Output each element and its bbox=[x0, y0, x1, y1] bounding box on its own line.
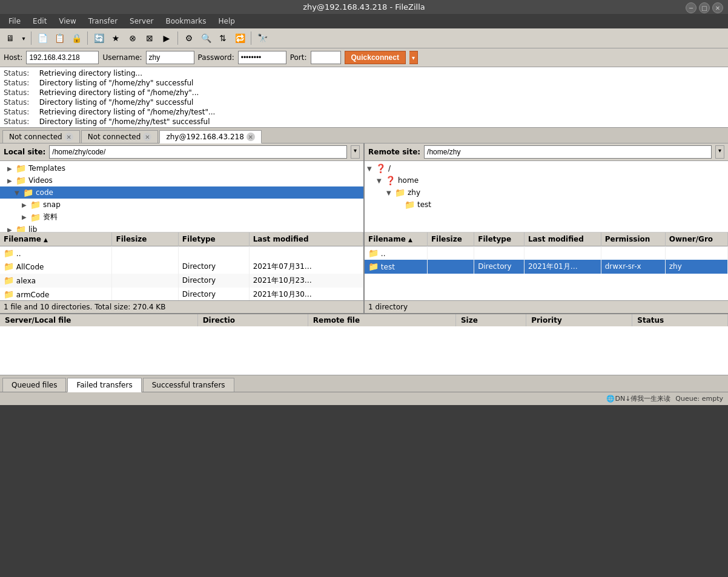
transfer-settings-button[interactable]: ⚙ bbox=[181, 30, 197, 46]
queue-status: Queue: empty bbox=[675, 395, 723, 403]
menu-file[interactable]: File bbox=[2, 15, 27, 27]
transfer-col-status[interactable]: Status bbox=[632, 314, 728, 326]
main-panels: Local site: ▾ ▶ 📁 Templates ▶ 📁 Videos ▼… bbox=[0, 143, 728, 313]
status-log: Status: Retrieving directory listing... … bbox=[0, 67, 728, 128]
find-files-button[interactable]: 🔭 bbox=[254, 30, 270, 46]
local-panel: Local site: ▾ ▶ 📁 Templates ▶ 📁 Videos ▼… bbox=[0, 143, 365, 313]
remote-file-name: 📁 test bbox=[365, 260, 427, 274]
tab-queued-files[interactable]: Queued files bbox=[2, 378, 66, 392]
remote-col-owner[interactable]: Owner/Gro bbox=[665, 232, 727, 246]
quickconnect-dropdown[interactable]: ▾ bbox=[409, 51, 418, 64]
transfer-col-local[interactable]: Server/Local file bbox=[0, 314, 197, 326]
menubar: File Edit View Transfer Server Bookmarks… bbox=[0, 14, 728, 28]
transfer-empty-row bbox=[0, 326, 728, 363]
site-manager-button[interactable]: 🖥 bbox=[2, 30, 18, 46]
local-file-name: 📁 AllCode bbox=[0, 260, 112, 274]
tree-item-videos[interactable]: ▶ 📁 Videos bbox=[0, 174, 363, 186]
close-tab-button[interactable]: 📋 bbox=[51, 30, 67, 46]
tree-item-lib[interactable]: ▶ 📁 lib bbox=[0, 223, 363, 232]
tree-item-templates[interactable]: ▶ 📁 Templates bbox=[0, 162, 363, 174]
host-input[interactable] bbox=[26, 51, 99, 64]
table-row[interactable]: 📁 AllCode Directory 2021年07月31… bbox=[0, 260, 363, 274]
add-bookmark-button[interactable]: ★ bbox=[108, 30, 124, 46]
local-file-list[interactable]: Filename ▲ Filesize Filetype Last modifi… bbox=[0, 232, 363, 301]
local-path-input[interactable] bbox=[49, 145, 347, 159]
local-col-filename[interactable]: Filename ▲ bbox=[0, 232, 112, 246]
remote-col-permission[interactable]: Permission bbox=[601, 232, 665, 246]
table-row[interactable]: 📁 armCode Directory 2021年10月30… bbox=[0, 288, 363, 301]
transfer-area: Server/Local file Directio Remote file S… bbox=[0, 313, 728, 392]
tab-successful-transfers[interactable]: Successful transfers bbox=[143, 378, 234, 392]
port-input[interactable] bbox=[311, 51, 341, 64]
transfer-col-priority[interactable]: Priority bbox=[526, 314, 632, 326]
remote-tree[interactable]: ▼ ❓ / ▼ ❓ home ▼ 📁 zhy 📁 test bbox=[365, 161, 728, 232]
table-row[interactable]: 📁 test Directory 2021年01月… drwxr-sr-x zh… bbox=[365, 260, 728, 274]
table-row[interactable]: 📁 .. bbox=[0, 246, 363, 260]
local-file-table-header: Filename ▲ Filesize Filetype Last modifi… bbox=[0, 232, 363, 246]
transfer-col-remote[interactable]: Remote file bbox=[308, 314, 455, 326]
cancel-queue-button[interactable]: ⊗ bbox=[125, 30, 141, 46]
transfer-col-dir[interactable]: Directio bbox=[197, 314, 308, 326]
remote-path-dropdown[interactable]: ▾ bbox=[715, 145, 724, 159]
local-col-filesize[interactable]: Filesize bbox=[112, 232, 178, 246]
compare-button[interactable]: ⇅ bbox=[215, 30, 231, 46]
remote-col-filename[interactable]: Filename ▲ bbox=[365, 232, 427, 246]
show-hidden-button[interactable]: 🔒 bbox=[68, 30, 84, 46]
tree-item-root[interactable]: ▼ ❓ / bbox=[365, 162, 728, 174]
status-line-5: Status: Retrieving directory listing of … bbox=[4, 107, 724, 117]
tree-item-snap[interactable]: ▶ 📁 snap bbox=[0, 199, 363, 211]
tree-item-home[interactable]: ▼ ❓ home bbox=[365, 174, 728, 186]
local-col-filetype[interactable]: Filetype bbox=[178, 232, 249, 246]
sync-browse-button[interactable]: 🔁 bbox=[232, 30, 248, 46]
local-tree[interactable]: ▶ 📁 Templates ▶ 📁 Videos ▼ 📁 code ▶ 📁 sn… bbox=[0, 161, 363, 232]
table-row[interactable]: 📁 .. bbox=[365, 246, 728, 260]
menu-server[interactable]: Server bbox=[124, 15, 159, 27]
remote-col-filesize[interactable]: Filesize bbox=[427, 232, 474, 246]
remote-col-modified[interactable]: Last modified bbox=[524, 232, 601, 246]
tab-not-connected-2[interactable]: Not connected ✕ bbox=[81, 130, 159, 143]
footer-icons: 🌐DN↓傅我一生来读 bbox=[606, 394, 670, 403]
menu-help[interactable]: Help bbox=[213, 15, 241, 27]
tab-failed-transfers[interactable]: Failed transfers bbox=[67, 378, 141, 392]
site-manager-dropdown[interactable]: ▾ bbox=[19, 30, 28, 46]
session-tabbar: Not connected ✕ Not connected ✕ zhy@192.… bbox=[0, 128, 728, 143]
stop-button[interactable]: ⊠ bbox=[142, 30, 157, 46]
minimize-button[interactable]: ─ bbox=[686, 2, 697, 13]
maximize-button[interactable]: □ bbox=[699, 2, 710, 13]
remote-path-input[interactable] bbox=[424, 145, 712, 159]
remote-file-table: Filename ▲ Filesize Filetype Last modifi… bbox=[365, 232, 728, 274]
tree-item-zhy[interactable]: ▼ 📁 zhy bbox=[365, 186, 728, 199]
tab-close-3[interactable]: ✕ bbox=[247, 133, 255, 141]
tab-zhy-session[interactable]: zhy@192.168.43.218 ✕ bbox=[159, 130, 261, 143]
host-label: Host: bbox=[4, 53, 22, 62]
tree-item-code[interactable]: ▼ 📁 code bbox=[0, 186, 363, 199]
transfer-col-size[interactable]: Size bbox=[455, 314, 526, 326]
quickconnect-button[interactable]: Quickconnect bbox=[345, 51, 406, 64]
local-path-dropdown[interactable]: ▾ bbox=[351, 145, 360, 159]
remote-panel: Remote site: ▾ ▼ ❓ / ▼ ❓ home ▼ 📁 zhy bbox=[365, 143, 728, 313]
tree-item-test[interactable]: 📁 test bbox=[365, 199, 728, 211]
connection-bar: Host: Username: Password: Port: Quickcon… bbox=[0, 48, 728, 67]
menu-edit[interactable]: Edit bbox=[27, 15, 53, 27]
menu-view[interactable]: View bbox=[53, 15, 82, 27]
refresh-button[interactable]: 🔄 bbox=[91, 30, 107, 46]
username-input[interactable] bbox=[146, 51, 194, 64]
close-button[interactable]: ✕ bbox=[712, 2, 723, 13]
tab-not-connected-1[interactable]: Not connected ✕ bbox=[2, 130, 80, 143]
status-line-3: Status: Retrieving directory listing of … bbox=[4, 88, 724, 97]
menu-bookmarks[interactable]: Bookmarks bbox=[159, 15, 212, 27]
window-controls: ─ □ ✕ bbox=[686, 2, 723, 13]
tab-close-2[interactable]: ✕ bbox=[143, 133, 151, 141]
new-tab-button[interactable]: 📄 bbox=[35, 30, 50, 46]
status-line-4: Status: Directory listing of "/home/zhy"… bbox=[4, 97, 724, 107]
process-queue-button[interactable]: ▶ bbox=[159, 30, 174, 46]
menu-transfer[interactable]: Transfer bbox=[82, 15, 124, 27]
local-col-modified[interactable]: Last modified bbox=[249, 232, 363, 246]
search-button[interactable]: 🔍 bbox=[198, 30, 214, 46]
tree-item-ziliao[interactable]: ▶ 📁 资料 bbox=[0, 211, 363, 223]
tab-close-1[interactable]: ✕ bbox=[65, 133, 73, 141]
password-input[interactable] bbox=[238, 51, 286, 64]
remote-col-filetype[interactable]: Filetype bbox=[474, 232, 524, 246]
remote-file-list[interactable]: Filename ▲ Filesize Filetype Last modifi… bbox=[365, 232, 728, 301]
table-row[interactable]: 📁 alexa Directory 2021年10月23… bbox=[0, 274, 363, 288]
